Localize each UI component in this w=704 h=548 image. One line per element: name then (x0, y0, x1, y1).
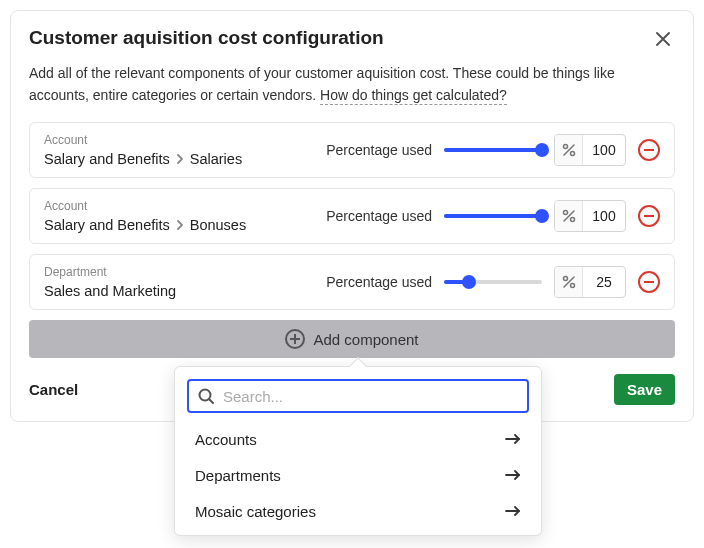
row-type-label: Account (44, 199, 314, 213)
modal-description: Add all of the relevant components of yo… (29, 63, 675, 106)
svg-point-0 (563, 145, 567, 149)
arrow-right-icon (505, 502, 521, 520)
close-button[interactable] (651, 27, 675, 51)
save-button[interactable]: Save (614, 374, 675, 405)
dropdown-item-label: Accounts (195, 431, 257, 448)
row-path: Salary and BenefitsSalaries (44, 151, 314, 167)
modal-header: Customer aquisition cost configuration (29, 27, 675, 51)
component-row: DepartmentSales and MarketingPercentage … (29, 254, 675, 310)
percent-icon (555, 201, 583, 231)
row-type-label: Department (44, 265, 314, 279)
remove-button[interactable] (638, 205, 660, 227)
percent-icon (555, 267, 583, 297)
path-segment: Salary and Benefits (44, 151, 170, 167)
svg-point-1 (570, 152, 574, 156)
remove-button[interactable] (638, 139, 660, 161)
config-modal: Customer aquisition cost configuration A… (10, 10, 694, 422)
percentage-value: 100 (583, 142, 625, 158)
row-info: AccountSalary and BenefitsBonuses (44, 199, 314, 233)
svg-point-3 (570, 218, 574, 222)
row-info: AccountSalary and BenefitsSalaries (44, 133, 314, 167)
percentage-input[interactable]: 25 (554, 266, 626, 298)
minus-icon (644, 149, 654, 151)
row-type-label: Account (44, 133, 314, 147)
slider-knob[interactable] (535, 143, 549, 157)
search-input[interactable] (223, 388, 519, 405)
search-box[interactable] (187, 379, 529, 413)
row-info: DepartmentSales and Marketing (44, 265, 314, 299)
percentage-input[interactable]: 100 (554, 134, 626, 166)
dropdown-item-label: Mosaic categories (195, 503, 316, 520)
chevron-right-icon (176, 217, 184, 233)
path-segment: Sales and Marketing (44, 283, 176, 299)
add-component-button[interactable]: Add component (29, 320, 675, 358)
svg-point-4 (563, 277, 567, 281)
percentage-slider[interactable] (444, 280, 542, 284)
minus-icon (644, 281, 654, 283)
percentage-value: 100 (583, 208, 625, 224)
percentage-slider[interactable] (444, 148, 542, 152)
add-component-dropdown: AccountsDepartmentsMosaic categories (174, 366, 542, 536)
remove-button[interactable] (638, 271, 660, 293)
slider-knob[interactable] (535, 209, 549, 223)
dropdown-item-label: Departments (195, 467, 281, 484)
close-icon (655, 31, 671, 47)
arrow-right-icon (505, 466, 521, 484)
search-icon (197, 387, 215, 405)
dropdown-item[interactable]: Departments (175, 457, 541, 493)
percentage-label: Percentage used (326, 274, 432, 290)
percentage-input[interactable]: 100 (554, 200, 626, 232)
component-row: AccountSalary and BenefitsSalariesPercen… (29, 122, 675, 178)
modal-title: Customer aquisition cost configuration (29, 27, 384, 49)
component-row: AccountSalary and BenefitsBonusesPercent… (29, 188, 675, 244)
percentage-label: Percentage used (326, 208, 432, 224)
percentage-slider[interactable] (444, 214, 542, 218)
minus-icon (644, 215, 654, 217)
percentage-value: 25 (583, 274, 625, 290)
svg-point-2 (563, 211, 567, 215)
percentage-label: Percentage used (326, 142, 432, 158)
dropdown-item[interactable]: Mosaic categories (175, 493, 541, 529)
plus-circle-icon (285, 329, 305, 349)
chevron-right-icon (176, 151, 184, 167)
dropdown-item[interactable]: Accounts (175, 421, 541, 457)
row-path: Sales and Marketing (44, 283, 314, 299)
row-path: Salary and BenefitsBonuses (44, 217, 314, 233)
slider-knob[interactable] (462, 275, 476, 289)
path-segment: Bonuses (190, 217, 246, 233)
add-component-label: Add component (313, 331, 418, 348)
arrow-right-icon (505, 430, 521, 448)
svg-point-5 (570, 284, 574, 288)
percent-icon (555, 135, 583, 165)
help-link[interactable]: How do things get calculated? (320, 87, 507, 105)
cancel-button[interactable]: Cancel (29, 381, 78, 398)
path-segment: Salaries (190, 151, 242, 167)
path-segment: Salary and Benefits (44, 217, 170, 233)
